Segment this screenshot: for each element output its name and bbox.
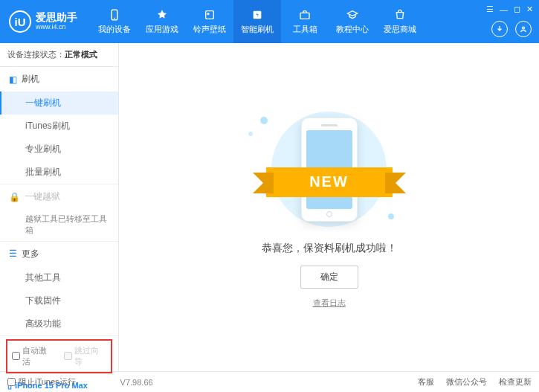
- app-name: 爱思助手: [36, 12, 77, 23]
- logo: iU 爱思助手 www.i4.cn: [9, 10, 77, 33]
- maximize-button[interactable]: ◻: [514, 4, 520, 14]
- tutorial-icon: [346, 8, 359, 22]
- top-nav: 我的设备 应用游戏 铃声壁纸 智能刷机 工具箱 教程中心 爱思商城: [91, 0, 424, 43]
- view-log-link[interactable]: 查看日志: [313, 298, 346, 309]
- download-button[interactable]: [491, 21, 508, 37]
- success-message: 恭喜您，保资料刷机成功啦！: [262, 242, 397, 255]
- section-jailbreak[interactable]: 🔒一键越狱: [0, 184, 118, 209]
- connection-status: 设备连接状态：正常模式: [0, 43, 118, 67]
- svg-rect-2: [206, 11, 214, 19]
- footer-wechat[interactable]: 微信公众号: [446, 376, 487, 388]
- version-label: V7.98.66: [120, 378, 153, 387]
- svg-point-6: [523, 27, 525, 29]
- sidebar-item-other-tools[interactable]: 其他工具: [0, 266, 118, 289]
- nav-toolbox[interactable]: 工具箱: [281, 0, 329, 43]
- close-button[interactable]: ✕: [526, 4, 533, 14]
- logo-icon: iU: [9, 10, 31, 33]
- nav-wallpaper[interactable]: 铃声壁纸: [186, 0, 233, 43]
- nav-tutorials[interactable]: 教程中心: [329, 0, 376, 43]
- sidebar-item-batch-flash[interactable]: 批量刷机: [0, 161, 118, 184]
- nav-flash[interactable]: 智能刷机: [233, 0, 281, 43]
- footer-update[interactable]: 检查更新: [499, 376, 532, 388]
- sidebar-item-download-firmware[interactable]: 下载固件: [0, 289, 118, 312]
- sidebar-item-advanced[interactable]: 高级功能: [0, 312, 118, 335]
- wallpaper-icon: [203, 8, 216, 22]
- footer-support[interactable]: 客服: [418, 376, 434, 388]
- sidebar-item-itunes-flash[interactable]: iTunes刷机: [0, 115, 118, 138]
- sidebar-item-oneclick-flash[interactable]: 一键刷机: [0, 91, 118, 115]
- apps-icon: [155, 8, 169, 22]
- user-button[interactable]: [515, 21, 532, 37]
- sidebar: 设备连接状态：正常模式 ◧刷机 一键刷机 iTunes刷机 专业刷机 批量刷机 …: [0, 43, 119, 371]
- svg-rect-5: [300, 13, 309, 19]
- flash-section-icon: ◧: [9, 74, 17, 85]
- main-content: NEW 恭喜您，保资料刷机成功啦！ 确定 查看日志: [119, 43, 539, 371]
- store-icon: [393, 8, 407, 22]
- options-highlight: 自动激活 跳过向导: [6, 339, 112, 373]
- confirm-button[interactable]: 确定: [300, 266, 358, 289]
- lock-icon: 🔒: [9, 192, 20, 202]
- skip-guide-checkbox[interactable]: 跳过向导: [64, 345, 107, 367]
- app-site: www.i4.cn: [36, 24, 77, 31]
- more-icon: ☰: [9, 248, 17, 259]
- menu-icon[interactable]: ☰: [486, 4, 494, 14]
- title-bar: iU 爱思助手 www.i4.cn 我的设备 应用游戏 铃声壁纸 智能刷机 工具…: [0, 0, 539, 43]
- section-more[interactable]: ☰更多: [0, 242, 118, 266]
- minimize-button[interactable]: —: [500, 5, 508, 14]
- window-controls: ☰ — ◻ ✕: [486, 4, 533, 14]
- success-illustration: NEW: [244, 106, 415, 233]
- sidebar-item-pro-flash[interactable]: 专业刷机: [0, 138, 118, 161]
- block-itunes-checkbox[interactable]: 阻止iTunes运行: [7, 376, 76, 388]
- toolbox-icon: [298, 8, 312, 22]
- nav-my-device[interactable]: 我的设备: [91, 0, 138, 43]
- auto-activate-checkbox[interactable]: 自动激活: [12, 345, 55, 367]
- jailbreak-info: 越狱工具已转移至工具箱: [0, 209, 118, 241]
- device-icon: [108, 8, 121, 22]
- svg-point-3: [207, 13, 209, 15]
- nav-store[interactable]: 爱思商城: [376, 0, 424, 43]
- section-flash[interactable]: ◧刷机: [0, 67, 118, 91]
- flash-icon: [251, 8, 264, 22]
- new-ribbon: NEW: [266, 167, 393, 197]
- nav-apps[interactable]: 应用游戏: [138, 0, 186, 43]
